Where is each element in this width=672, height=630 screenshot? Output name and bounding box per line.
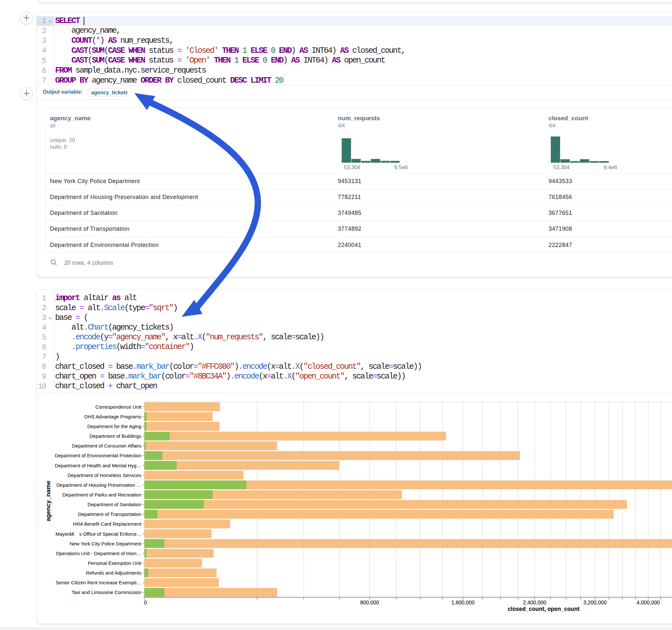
svg-text:agency_name: agency_name: [45, 481, 51, 522]
svg-text:3,200,000: 3,200,000: [583, 600, 606, 605]
svg-text:Department of Sanitation: Department of Sanitation: [88, 502, 141, 507]
svg-text:Department for the Aging: Department for the Aging: [87, 423, 141, 429]
svg-text:Department of Environmental Pr: Department of Environmental Protection: [55, 453, 141, 458]
svg-text:Correspondence Unit: Correspondence Unit: [95, 404, 142, 410]
svg-text:2,400,000: 2,400,000: [523, 600, 546, 605]
svg-text:Mayorâ€ s Office of Special En: Mayorâ€ s Office of Special Enforce…: [55, 531, 141, 537]
svg-text:Department of Transportation: Department of Transportation: [78, 511, 141, 517]
svg-text:Department of Consumer Affairs: Department of Consumer Affairs: [72, 443, 141, 449]
svg-text:Taxi and Limousine Commission: Taxi and Limousine Commission: [72, 589, 141, 595]
svg-text:1,600,000: 1,600,000: [451, 600, 475, 605]
svg-text:4,000,000: 4,000,000: [637, 600, 660, 605]
svg-text:800,000: 800,000: [360, 600, 379, 605]
svg-text:Department of Housing Preserva: Department of Housing Preservation …: [56, 482, 141, 488]
svg-text:Operations Unit - Department o: Operations Unit - Department of Hom…: [56, 551, 141, 556]
svg-text:HRA Benefit Card Replacement: HRA Benefit Card Replacement: [73, 521, 142, 527]
svg-text:Department of Parks and Recrea: Department of Parks and Recreation: [63, 492, 141, 498]
svg-text:Senior Citizen Rent Increase E: Senior Citizen Rent Increase Exempti…: [56, 580, 141, 585]
svg-text:0: 0: [144, 600, 147, 605]
svg-text:New York City Police Departmen: New York City Police Department: [70, 541, 142, 547]
svg-text:Department of Health and Menta: Department of Health and Mental Hyg…: [55, 463, 141, 468]
svg-text:Department of Homeless Service: Department of Homeless Services: [67, 472, 141, 478]
svg-text:DHS Advantage Programs: DHS Advantage Programs: [84, 414, 141, 419]
svg-text:closed_count, open_count: closed_count, open_count: [508, 606, 580, 612]
svg-text:Department of Buildings: Department of Buildings: [90, 433, 141, 439]
svg-text:Personal Exemption Unit: Personal Exemption Unit: [88, 560, 142, 566]
svg-text:Refunds and Adjustments: Refunds and Adjustments: [86, 570, 141, 576]
